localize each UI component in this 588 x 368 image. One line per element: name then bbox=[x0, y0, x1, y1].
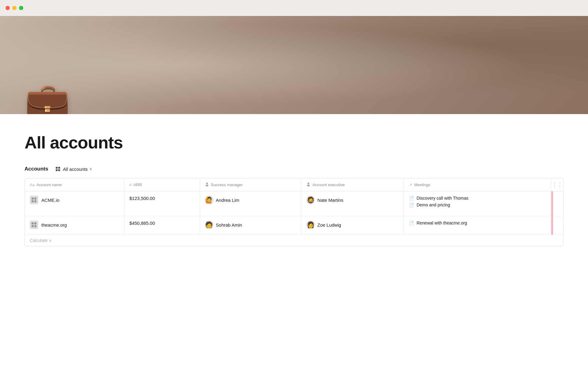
success-manager-cell: 🧑 Sohrab Amin bbox=[200, 216, 301, 235]
col-label-arr: ARR bbox=[134, 182, 142, 187]
account-executive-name: Nate Martins bbox=[317, 197, 343, 203]
avatar: 🙋 bbox=[205, 196, 213, 204]
col-label-account-name: Account name bbox=[36, 182, 62, 187]
arr-col-icon: # bbox=[130, 182, 132, 187]
success-manager-name: Sohrab Amin bbox=[216, 222, 242, 228]
chevron-down-icon: ∨ bbox=[89, 167, 92, 171]
account-executive-name: Zoe Ludwig bbox=[317, 222, 341, 228]
meeting-doc-icon: 📄 bbox=[409, 220, 414, 225]
svg-rect-11 bbox=[34, 200, 36, 202]
meeting-link[interactable]: Demo and pricing bbox=[417, 202, 450, 207]
meeting-item[interactable]: 📄 Demo and pricing bbox=[409, 202, 546, 207]
avatar: 🧑 bbox=[205, 220, 213, 229]
col-label-meetings: Meetings bbox=[414, 182, 430, 187]
grid-icon bbox=[55, 166, 61, 172]
title-bar bbox=[0, 0, 588, 16]
account-name-cell[interactable]: theacme.org bbox=[25, 216, 124, 235]
col-header-success-manager[interactable]: Success manager bbox=[200, 178, 301, 191]
svg-rect-12 bbox=[32, 222, 34, 224]
calculate-row: Calculate ∨ bbox=[25, 235, 563, 246]
svg-point-5 bbox=[205, 185, 209, 186]
avatar: 🧔 bbox=[306, 196, 315, 204]
accounts-table: Aa Account name # ARR bbox=[24, 178, 564, 246]
calculate-button[interactable]: Calculate ∨ bbox=[30, 238, 52, 243]
more-columns-header[interactable]: ⋮⋮ bbox=[551, 178, 563, 191]
maximize-button[interactable] bbox=[19, 6, 23, 10]
calculate-cell[interactable]: Calculate ∨ bbox=[25, 235, 563, 246]
calculate-chevron: ∨ bbox=[49, 238, 52, 243]
content-area: All accounts Accounts All accounts ∨ bbox=[0, 114, 588, 259]
page-icon: 💼 bbox=[24, 83, 70, 114]
account-name-col-icon: Aa bbox=[30, 182, 35, 187]
arr-cell: $123,500.00 bbox=[124, 191, 200, 216]
more-options-cell[interactable] bbox=[551, 216, 563, 235]
meeting-doc-icon: 📄 bbox=[409, 196, 414, 201]
minimize-button[interactable] bbox=[12, 6, 17, 10]
svg-rect-1 bbox=[58, 167, 60, 169]
meeting-doc-icon: 📄 bbox=[409, 202, 414, 207]
arr-value: $450,885.00 bbox=[130, 220, 155, 226]
account-name-cell[interactable]: ACME.io bbox=[25, 191, 124, 216]
svg-rect-2 bbox=[56, 169, 58, 171]
svg-rect-9 bbox=[34, 197, 36, 200]
success-manager-name: Andrea Lim bbox=[216, 197, 239, 203]
hero-banner: 💼 bbox=[0, 16, 588, 114]
svg-rect-3 bbox=[58, 169, 60, 171]
meeting-item[interactable]: 📄 Renewal with theacme.org bbox=[409, 220, 546, 225]
account-executive-cell: 🧔 Nate Martins bbox=[301, 191, 404, 216]
meetings-col-icon: ↗ bbox=[409, 182, 412, 187]
col-header-account-name[interactable]: Aa Account name bbox=[25, 178, 124, 191]
arr-value: $123,500.00 bbox=[130, 196, 155, 201]
col-label-success-manager: Success manager bbox=[211, 182, 243, 187]
meetings-cell: 📄 Discovery call with Thomas 📄 Demo and … bbox=[404, 191, 551, 216]
close-button[interactable] bbox=[6, 6, 10, 10]
svg-point-7 bbox=[307, 185, 310, 186]
account-icon bbox=[30, 220, 38, 229]
table-header-row: Aa Account name # ARR bbox=[25, 178, 563, 191]
page-title: All accounts bbox=[24, 132, 564, 152]
svg-point-4 bbox=[206, 182, 208, 184]
meeting-item[interactable]: 📄 Discovery call with Thomas bbox=[409, 196, 546, 201]
meeting-link[interactable]: Discovery call with Thomas bbox=[417, 196, 468, 201]
success-manager-col-icon bbox=[205, 182, 209, 187]
calculate-label: Calculate bbox=[30, 238, 47, 243]
svg-rect-15 bbox=[34, 225, 36, 227]
svg-rect-13 bbox=[34, 222, 36, 224]
svg-rect-14 bbox=[32, 225, 34, 227]
success-manager-cell: 🙋 Andrea Lim bbox=[200, 191, 301, 216]
view-name: All accounts bbox=[63, 167, 88, 172]
svg-rect-10 bbox=[32, 200, 34, 202]
table-row: theacme.org $450,885.00 🧑 Sohrab Amin bbox=[25, 216, 563, 235]
more-options-cell[interactable] bbox=[551, 191, 563, 216]
avatar: 👩 bbox=[306, 220, 315, 229]
arr-cell: $450,885.00 bbox=[124, 216, 200, 235]
col-header-meetings[interactable]: ↗ Meetings bbox=[404, 178, 551, 191]
account-executive-cell: 👩 Zoe Ludwig bbox=[301, 216, 404, 235]
col-header-account-executive[interactable]: Account executive bbox=[301, 178, 404, 191]
table-row: ACME.io $123,500.00 🙋 Andrea Lim bbox=[25, 191, 563, 216]
account-executive-col-icon bbox=[306, 182, 311, 187]
col-label-account-executive: Account executive bbox=[312, 182, 345, 187]
view-controls: Accounts All accounts ∨ bbox=[24, 165, 564, 173]
account-name: theacme.org bbox=[41, 222, 67, 228]
svg-rect-0 bbox=[56, 167, 58, 169]
meetings-cell: 📄 Renewal with theacme.org bbox=[404, 216, 551, 235]
view-selector[interactable]: All accounts ∨ bbox=[52, 165, 95, 173]
account-icon bbox=[30, 196, 38, 204]
meeting-link[interactable]: Renewal with theacme.org bbox=[417, 220, 467, 225]
account-name: ACME.io bbox=[41, 197, 59, 203]
view-label: Accounts bbox=[24, 166, 48, 172]
col-header-arr[interactable]: # ARR bbox=[124, 178, 200, 191]
svg-rect-8 bbox=[32, 197, 34, 200]
svg-point-6 bbox=[307, 182, 309, 184]
